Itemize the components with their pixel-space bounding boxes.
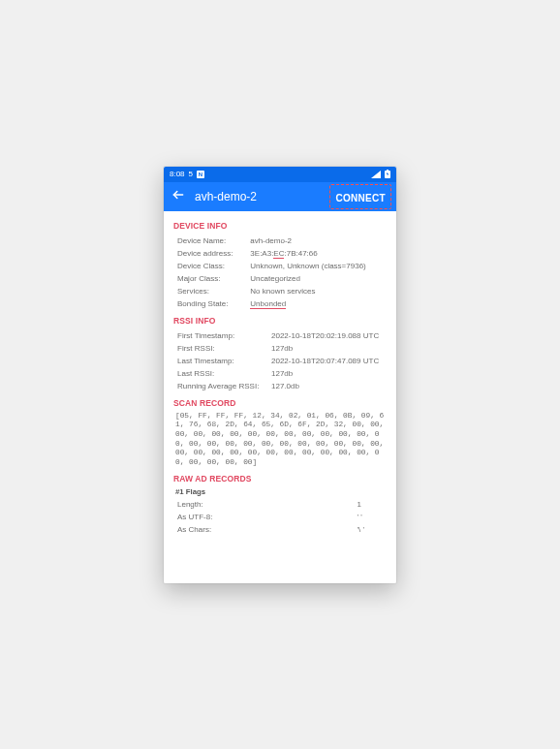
table-row: Major Class:Uncategorized [173,272,387,285]
table-row: Device address:3E:A3:EC:7B:47:66 [173,247,387,260]
status-bar: 8:08 5 N [164,167,396,182]
svg-rect-1 [387,170,389,172]
row-value: avh-demo-2 [250,234,387,247]
row-value: '\ ' [357,523,387,536]
row-value: Unknown, Unknown (class=7936) [250,260,387,272]
back-button[interactable] [171,188,185,205]
row-key: Length: [173,498,357,511]
row-key: Last RSSI: [173,367,271,380]
table-row: Device Name:avh-demo-2 [173,234,387,247]
signal-icon [371,171,381,178]
device-info-table: Device Name:avh-demo-2Device address:3E:… [173,234,387,310]
row-key: Last Timestamp: [173,355,271,367]
connect-button[interactable]: CONNECT [332,186,389,207]
table-row: Running Average RSSI:127.0db [173,380,387,392]
content-scroll[interactable]: DEVICE INFO Device Name:avh-demo-2Device… [164,211,396,583]
row-key: Device address: [173,247,250,260]
status-time: 8:08 [170,170,185,178]
row-value: Unbonded [250,297,387,310]
row-value: 2022-10-18T20:07:47.089 UTC [271,355,387,367]
row-key: Bonding State: [173,297,250,310]
row-key: First Timestamp: [173,329,271,342]
row-value: 127.0db [271,380,387,392]
section-rssi-info: RSSI INFO [173,316,387,326]
page-title: avh-demo-2 [195,190,323,203]
row-value: 3E:A3:EC:7B:47:66 [250,247,387,260]
row-key: First RSSI: [173,342,271,355]
section-device-info: DEVICE INFO [173,221,387,231]
flags-subheader: #1 Flags [175,487,387,496]
table-row: Last Timestamp:2022-10-18T20:07:47.089 U… [173,355,387,367]
app-bar: avh-demo-2 CONNECT [164,182,396,211]
table-row: As UTF-8:' ' [173,511,387,523]
row-key: Device Name: [173,234,250,247]
section-scan-record: SCAN RECORD [173,398,387,408]
row-key: Services: [173,285,250,297]
table-row: Length:1 [173,498,387,511]
notif-icon: N [197,171,204,178]
phone-frame: 8:08 5 N avh-demo-2 CONNECT DEVICE INFO … [164,167,396,583]
table-row: Last RSSI:127db [173,367,387,380]
arrow-left-icon [171,188,185,202]
table-row: Services:No known services [173,285,387,297]
scan-record-hex: [05, FF, FF, FF, 12, 34, 02, 01, 06, 0B,… [173,412,387,468]
row-value: No known services [250,285,387,297]
scroll-fade [164,566,396,583]
row-key: Major Class: [173,272,250,285]
row-value: 127db [271,342,387,355]
table-row: As Chars:'\ ' [173,523,387,536]
row-key: As Chars: [173,523,357,536]
table-row: First Timestamp:2022-10-18T20:02:19.088 … [173,329,387,342]
row-value: 127db [271,367,387,380]
row-value: Uncategorized [250,272,387,285]
table-row: Device Class:Unknown, Unknown (class=793… [173,260,387,272]
row-value: ' ' [357,511,387,523]
table-row: First RSSI:127db [173,342,387,355]
row-key: Running Average RSSI: [173,380,271,392]
battery-icon [385,170,390,178]
row-key: Device Class: [173,260,250,272]
section-raw-ad: RAW AD RECORDS [173,474,387,484]
connect-label: CONNECT [335,193,386,203]
row-value: 1 [357,498,387,511]
rssi-info-table: First Timestamp:2022-10-18T20:02:19.088 … [173,329,387,392]
status-notif-count: 5 [189,170,193,178]
row-key: As UTF-8: [173,511,357,523]
flags-table: Length:1As UTF-8:' 'As Chars:'\ ' [173,498,387,536]
table-row: Bonding State:Unbonded [173,297,387,310]
row-value: 2022-10-18T20:02:19.088 UTC [271,329,387,342]
